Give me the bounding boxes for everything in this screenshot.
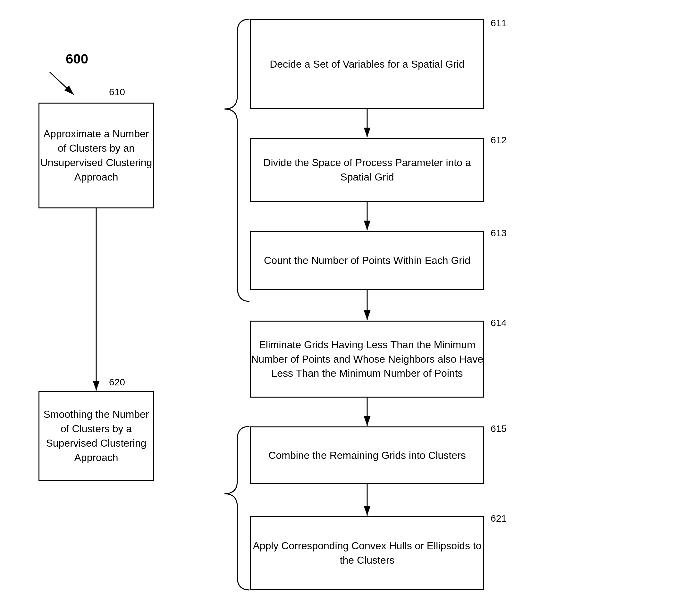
label-611: 611 [491,17,507,28]
label-613: 613 [491,228,507,239]
box-615: Combine the Remaining Grids into Cluster… [250,426,484,484]
box-612: Divide the Space of Process Parameter in… [250,138,484,202]
diagram-container: Approximate a Number of Clusters by an U… [0,0,700,614]
box-610: Approximate a Number of Clusters by an U… [38,103,154,209]
box-620: Smoothing the Number of Clusters by a Su… [38,391,154,481]
label-610: 610 [109,87,125,98]
box-614: Eliminate Grids Having Less Than the Min… [250,321,484,398]
box-621-text: Apply Corresponding Convex Hulls or Elli… [251,539,483,567]
label-621: 621 [491,513,507,524]
box-613-text: Count the Number of Points Within Each G… [264,253,471,268]
box-611: Decide a Set of Variables for a Spatial … [250,19,484,109]
box-620-text: Smoothing the Number of Clusters by a Su… [39,407,153,465]
box-614-text: Eliminate Grids Having Less Than the Min… [251,338,483,380]
curly-brace-615-621 [224,426,249,590]
label-600: 600 [66,51,88,67]
arrow-600-to-610 [50,72,74,95]
label-615: 615 [491,423,507,434]
box-621: Apply Corresponding Convex Hulls or Elli… [250,516,484,590]
box-610-text: Approximate a Number of Clusters by an U… [39,127,153,184]
curly-brace-611-613 [224,19,249,301]
box-612-text: Divide the Space of Process Parameter in… [251,155,483,184]
label-620: 620 [109,377,125,388]
box-613: Count the Number of Points Within Each G… [250,231,484,290]
label-612: 612 [491,135,507,146]
box-611-text: Decide a Set of Variables for a Spatial … [270,57,465,72]
label-614: 614 [491,317,507,328]
box-615-text: Combine the Remaining Grids into Cluster… [268,448,466,463]
